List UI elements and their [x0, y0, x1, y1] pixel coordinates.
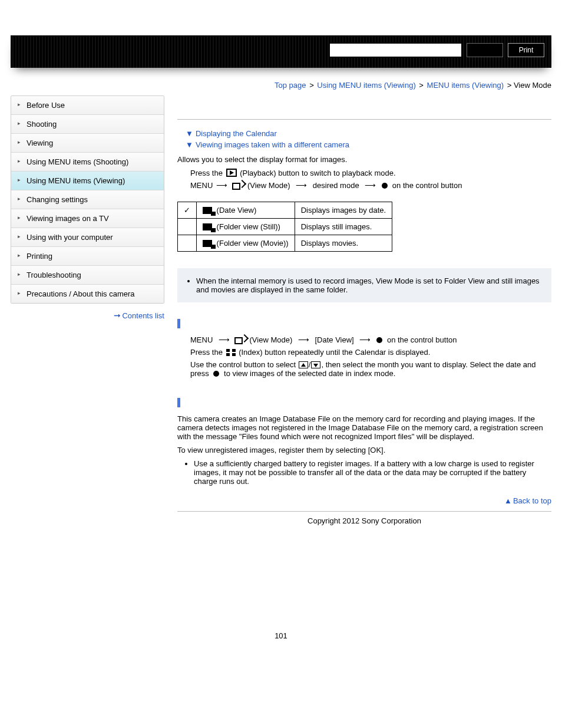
playback-icon [226, 169, 237, 177]
center-button-icon [213, 371, 219, 377]
note-box: When the internal memory is used to reco… [177, 268, 551, 302]
step-2: MENU⟶ (View Mode) ⟶ desired mode ⟶ on th… [190, 181, 551, 190]
sidebar-item-printing[interactable]: Printing [11, 246, 164, 265]
breadcrumb: Top page > Using MENU items (Viewing) > … [11, 81, 551, 90]
sidebar-item-menu-shooting[interactable]: Using MENU items (Shooting) [11, 152, 164, 171]
print-button[interactable]: Print [508, 43, 544, 57]
crumb-current: View Mode [514, 81, 551, 90]
sidebar-item-viewing[interactable]: Viewing [11, 133, 164, 152]
heading-calendar [177, 319, 551, 328]
sidebar-item-computer[interactable]: Using with your computer [11, 228, 164, 246]
anchor-diffcam[interactable]: Viewing images taken with a different ca… [196, 140, 349, 149]
page-number: 101 [11, 631, 551, 640]
triangle-down-icon: ▼ [186, 129, 193, 138]
center-button-icon [376, 337, 382, 343]
sidebar: Before Use Shooting Viewing Using MENU i… [11, 95, 164, 525]
triangle-down-icon: ▼ [186, 140, 193, 149]
view-mode-icon [232, 181, 244, 189]
copyright: Copyright 2012 Sony Corporation [177, 511, 551, 525]
diffcam-p2: To view unregistered images, register th… [177, 446, 551, 454]
view-mode-icon [234, 335, 246, 344]
sidebar-item-troubleshooting[interactable]: Troubleshooting [11, 265, 164, 284]
check-icon: ✓ [178, 202, 197, 219]
sidebar-item-before-use[interactable]: Before Use [11, 96, 164, 114]
arrow-right-icon: ➞ [114, 311, 121, 320]
table-row: (Folder view (Movie)) Displays movies. [178, 235, 392, 252]
index-icon [226, 349, 236, 356]
sidebar-item-precautions[interactable]: Precautions / About this camera [11, 284, 164, 303]
sidebar-item-menu-viewing[interactable]: Using MENU items (Viewing) [11, 171, 164, 190]
sidebar-item-changing-settings[interactable]: Changing settings [11, 190, 164, 209]
table-row: ✓ (Date View) Displays images by date. [178, 202, 392, 219]
contents-list-link[interactable]: Contents list [122, 311, 164, 320]
main-content: ▼Displaying the Calendar ▼Viewing images… [177, 95, 551, 525]
crumb-using-menu-viewing[interactable]: Using MENU items (Viewing) [317, 81, 415, 90]
up-arrow-icon [299, 361, 308, 368]
step-1: Press the (Playback) button to switch to… [190, 169, 551, 177]
triangle-up-icon: ▲ [504, 496, 512, 505]
diffcam-p1: This camera creates an Image Database Fi… [177, 414, 551, 441]
date-view-icon [203, 207, 212, 214]
search-input[interactable] [329, 43, 462, 57]
folder-still-icon [203, 223, 212, 230]
sidebar-item-shooting[interactable]: Shooting [11, 114, 164, 133]
cal-step-1: MENU ⟶ (View Mode) ⟶ [Date View] ⟶ on th… [190, 335, 551, 344]
heading-diffcam [177, 398, 551, 407]
diffcam-bullet: Use a sufficiently charged battery to re… [194, 459, 551, 486]
intro-text: Allows you to select the display format … [177, 155, 551, 164]
search-go-button[interactable] [467, 43, 503, 57]
cal-step-3: Use the control button to select /, then… [190, 360, 551, 378]
cal-step-2: Press the (Index) button repeatedly unti… [190, 348, 551, 357]
sidebar-item-viewing-tv[interactable]: Viewing images on a TV [11, 209, 164, 228]
anchor-calendar[interactable]: Displaying the Calendar [196, 129, 277, 138]
down-arrow-icon [311, 361, 320, 368]
crumb-top-page[interactable]: Top page [275, 81, 306, 90]
center-button-icon [382, 183, 388, 189]
table-row: (Folder view (Still)) Displays still ima… [178, 219, 392, 235]
crumb-menu-items-viewing[interactable]: MENU items (Viewing) [427, 81, 504, 90]
back-to-top-link[interactable]: Back to top [513, 496, 551, 505]
folder-movie-icon [203, 240, 212, 247]
view-mode-table: ✓ (Date View) Displays images by date. (… [177, 202, 392, 252]
header-band: Print [11, 35, 551, 68]
